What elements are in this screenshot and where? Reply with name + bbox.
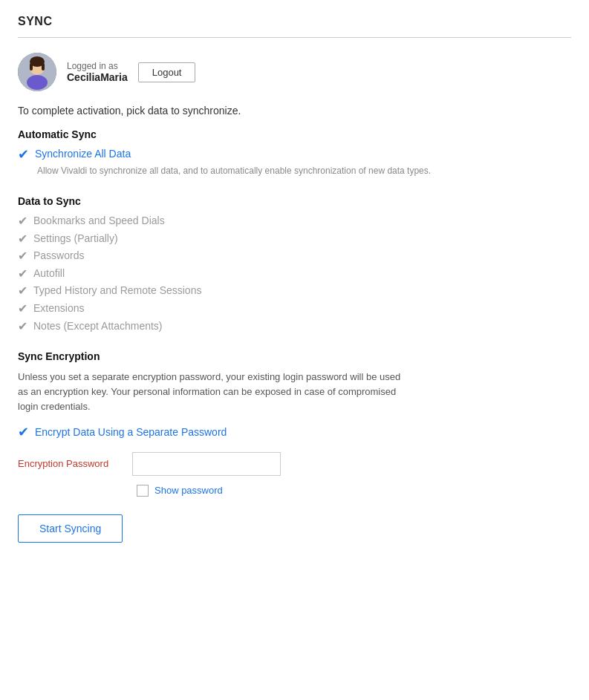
- sync-item-checkbox[interactable]: ✔: [18, 249, 27, 263]
- sync-item-label: Bookmarks and Speed Dials: [33, 215, 165, 226]
- sync-item-row: ✔Typed History and Remote Sessions: [18, 284, 571, 298]
- sync-item-label: Autofill: [33, 267, 65, 279]
- sync-item-label: Extensions: [33, 302, 84, 314]
- sync-item-row: ✔Autofill: [18, 267, 571, 281]
- user-row: Logged in as CeciliaMaria Logout: [18, 53, 571, 91]
- synchronize-all-data-checkbox[interactable]: ✔: [18, 148, 29, 161]
- svg-rect-5: [42, 63, 45, 71]
- automatic-sync-title: Automatic Sync: [18, 128, 571, 140]
- sync-encryption-section: Sync Encryption Unless you set a separat…: [18, 350, 571, 496]
- sync-item-row: ✔Settings (Partially): [18, 232, 571, 246]
- activation-text: To complete activation, pick data to syn…: [18, 105, 571, 117]
- sync-encryption-title: Sync Encryption: [18, 350, 571, 362]
- sync-item-checkbox[interactable]: ✔: [18, 284, 27, 298]
- encrypt-data-label: Encrypt Data Using a Separate Password: [35, 426, 227, 438]
- page-title: SYNC: [18, 15, 571, 28]
- sync-item-checkbox[interactable]: ✔: [18, 232, 27, 246]
- sync-item-label: Typed History and Remote Sessions: [33, 284, 201, 296]
- logout-button[interactable]: Logout: [138, 62, 196, 82]
- sync-item-label: Passwords: [33, 249, 84, 261]
- data-to-sync-section: Data to Sync ✔Bookmarks and Speed Dials✔…: [18, 195, 571, 333]
- encrypt-data-checkbox[interactable]: ✔: [18, 425, 29, 439]
- encryption-password-label: Encryption Password: [18, 458, 122, 469]
- svg-rect-4: [30, 63, 33, 71]
- encryption-password-input[interactable]: [132, 452, 281, 476]
- show-password-checkbox[interactable]: [137, 485, 149, 497]
- sync-item-label: Settings (Partially): [33, 232, 118, 244]
- sync-item-checkbox[interactable]: ✔: [18, 215, 27, 228]
- show-password-row: Show password: [137, 485, 571, 497]
- automatic-sync-section: Automatic Sync ✔ Synchronize All Data Al…: [18, 128, 571, 177]
- start-syncing-button[interactable]: Start Syncing: [18, 514, 123, 543]
- sync-item-row: ✔Extensions: [18, 302, 571, 315]
- show-password-label: Show password: [154, 485, 223, 496]
- sync-item-checkbox[interactable]: ✔: [18, 302, 27, 315]
- sync-item-checkbox[interactable]: ✔: [18, 267, 27, 281]
- sync-item-row: ✔Bookmarks and Speed Dials: [18, 215, 571, 228]
- username-label: CeciliaMaria: [67, 71, 128, 83]
- sync-items-list: ✔Bookmarks and Speed Dials✔Settings (Par…: [18, 215, 571, 333]
- data-to-sync-title: Data to Sync: [18, 195, 571, 207]
- sync-item-row: ✔Passwords: [18, 249, 571, 263]
- sync-item-label: Notes (Except Attachments): [33, 320, 163, 332]
- svg-point-1: [27, 75, 48, 90]
- encryption-description: Unless you set a separate encryption pas…: [18, 370, 404, 414]
- synchronize-all-data-row: ✔ Synchronize All Data: [18, 148, 571, 161]
- synchronize-all-data-description: Allow Vivaldi to synchronize all data, a…: [37, 164, 571, 177]
- logged-in-as-label: Logged in as: [67, 61, 128, 71]
- section-divider: [18, 37, 571, 38]
- avatar: [18, 53, 56, 91]
- synchronize-all-data-label: Synchronize All Data: [35, 148, 131, 160]
- user-info: Logged in as CeciliaMaria: [67, 61, 128, 83]
- encrypt-data-row: ✔ Encrypt Data Using a Separate Password: [18, 425, 571, 439]
- sync-item-checkbox[interactable]: ✔: [18, 320, 27, 333]
- sync-item-row: ✔Notes (Except Attachments): [18, 320, 571, 333]
- encryption-password-row: Encryption Password: [18, 452, 571, 476]
